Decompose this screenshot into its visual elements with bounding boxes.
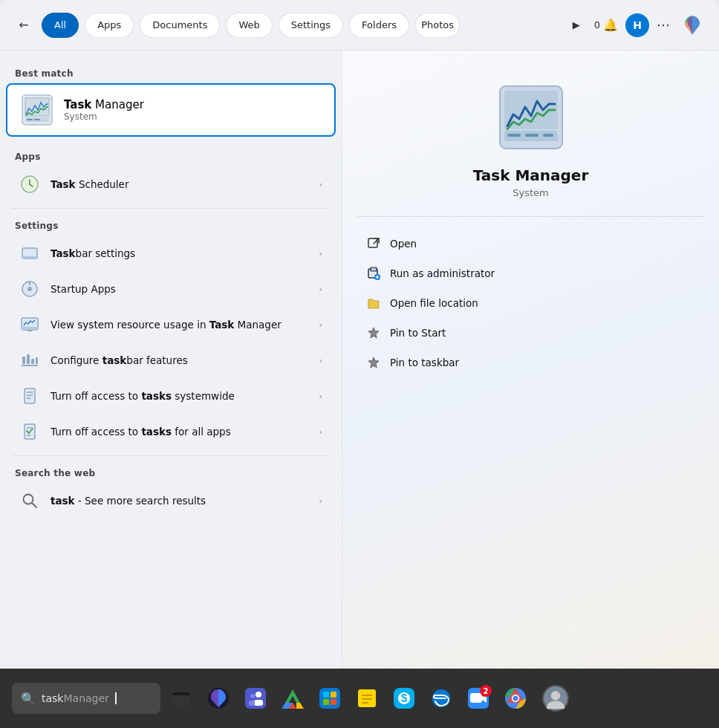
svg-rect-56 (323, 699, 329, 705)
filter-web[interactable]: Web (226, 13, 272, 38)
search-box-icon: 🔍 (21, 692, 36, 706)
svg-rect-37 (371, 267, 377, 271)
taskbar-settings-label: Taskbar settings (51, 247, 309, 261)
list-item-taskbar-settings[interactable]: Taskbar settings › (4, 235, 337, 271)
svg-rect-34 (368, 238, 377, 247)
taskbar-skype[interactable] (388, 682, 420, 715)
right-action-pin-start[interactable]: Pin to Start (357, 318, 704, 348)
back-button[interactable]: ← (12, 13, 36, 37)
taskbar-edge[interactable] (425, 682, 458, 715)
turn-off-tasks-systemwide-label: Turn off access to tasks systemwide (51, 389, 309, 403)
search-box-text: taskManager (42, 692, 109, 704)
list-item-configure-taskbar[interactable]: Configure taskbar features › (4, 342, 337, 378)
svg-rect-55 (331, 692, 336, 698)
taskbar-chrome[interactable] (499, 682, 532, 715)
taskbar-zoom[interactable]: 2 (462, 682, 495, 715)
settings-section-header: Settings (0, 215, 342, 235)
copilot-topbar-icon[interactable] (677, 10, 707, 40)
list-item-turn-off-tasks-systemwide[interactable]: Turn off access to tasks systemwide › (4, 378, 337, 414)
svg-rect-7 (22, 256, 37, 259)
svg-rect-14 (22, 357, 25, 364)
svg-line-27 (32, 503, 36, 507)
list-item-turn-off-tasks-apps[interactable]: Turn off access to tasks for all apps › (4, 414, 337, 449)
main-content: Best match (0, 51, 719, 669)
right-action-open[interactable]: Open (357, 229, 704, 259)
search-box[interactable]: 🔍 taskManager (12, 683, 160, 714)
filter-documents[interactable]: Documents (140, 13, 220, 38)
right-panel: Task Manager System Open (342, 51, 719, 669)
list-item-view-system-resource[interactable]: View system resource usage in Task Manag… (4, 307, 337, 342)
svg-point-45 (256, 692, 261, 698)
svg-point-71 (551, 691, 560, 700)
taskbar-ms-store[interactable] (313, 682, 346, 715)
startup-apps-icon (19, 279, 40, 299)
pin-taskbar-label: Pin to taskbar (390, 357, 459, 368)
svg-point-69 (513, 696, 518, 701)
svg-rect-58 (358, 689, 376, 707)
left-panel: Best match (0, 51, 342, 669)
web-search-label: task - See more search results (51, 494, 309, 508)
svg-point-47 (250, 694, 255, 698)
list-item-task-scheduler[interactable]: Task Scheduler › (4, 166, 337, 202)
right-action-pin-taskbar[interactable]: Pin to taskbar (357, 348, 704, 377)
turn-off-tasks-apps-icon (19, 421, 40, 442)
web-search-chevron: › (319, 496, 322, 506)
filter-apps[interactable]: Apps (85, 13, 134, 38)
svg-rect-53 (319, 688, 340, 709)
list-item-web-search[interactable]: task - See more search results › (4, 483, 337, 519)
badge-button[interactable]: 0 🔔 (594, 18, 618, 32)
svg-rect-12 (22, 327, 38, 330)
run-as-admin-label: Run as administrator (390, 267, 495, 279)
view-system-resource-chevron: › (319, 320, 322, 330)
more-button[interactable]: ⋯ (657, 17, 670, 33)
svg-rect-31 (507, 134, 521, 137)
play-button[interactable]: ▶ (566, 15, 587, 36)
taskbar-teams[interactable] (239, 682, 272, 715)
turn-off-tasks-apps-chevron: › (319, 427, 322, 437)
svg-rect-46 (254, 700, 263, 706)
filter-all[interactable]: All (42, 13, 79, 38)
svg-line-35 (374, 238, 379, 244)
taskbar-settings-icon (19, 243, 40, 264)
divider-2 (12, 455, 330, 456)
task-scheduler-chevron: › (319, 180, 322, 189)
svg-rect-32 (525, 134, 539, 137)
right-action-open-file-location[interactable]: Open file location (357, 288, 704, 318)
user-avatar[interactable]: H (625, 13, 649, 37)
filter-folders[interactable]: Folders (349, 13, 409, 38)
task-scheduler-icon (19, 174, 40, 195)
open-file-location-icon (366, 296, 381, 311)
view-system-resource-label: View system resource usage in Task Manag… (51, 318, 309, 332)
svg-rect-16 (31, 359, 34, 364)
turn-off-tasks-systemwide-chevron: › (319, 391, 322, 401)
apps-section-header: Apps (0, 146, 342, 166)
configure-taskbar-icon (19, 350, 40, 371)
best-match-header: Best match (0, 62, 342, 83)
web-section-header: Search the web (0, 462, 342, 483)
right-panel-app-name: Task Manager (473, 166, 589, 184)
svg-marker-49 (285, 689, 300, 703)
zoom-badge: 2 (480, 685, 492, 697)
svg-rect-33 (543, 134, 553, 137)
taskbar-google-drive[interactable] (276, 682, 309, 715)
taskbar-copilot[interactable] (202, 682, 235, 715)
svg-rect-64 (470, 693, 482, 703)
right-action-run-as-admin[interactable]: Run as administrator (357, 259, 704, 288)
best-match-item[interactable]: Task Manager System (6, 83, 336, 137)
divider-1 (12, 208, 330, 209)
startup-apps-label: Startup Apps (51, 282, 309, 296)
best-match-title: Task Manager (64, 98, 144, 111)
filter-settings[interactable]: Settings (279, 13, 343, 38)
taskbar-file-explorer[interactable] (165, 682, 198, 715)
taskbar-user-avatar[interactable] (539, 682, 572, 715)
taskbar-avatar-image (542, 685, 569, 712)
svg-rect-4 (34, 119, 40, 120)
run-as-admin-icon (366, 266, 381, 281)
filter-photos[interactable]: Photos (415, 13, 460, 38)
list-item-startup-apps[interactable]: Startup Apps › (4, 271, 337, 307)
best-match-subtitle: System (64, 111, 144, 122)
turn-off-tasks-systemwide-icon (19, 386, 40, 406)
svg-rect-54 (323, 692, 329, 698)
taskbar-sticky-notes[interactable] (351, 682, 383, 715)
open-icon (366, 236, 381, 251)
